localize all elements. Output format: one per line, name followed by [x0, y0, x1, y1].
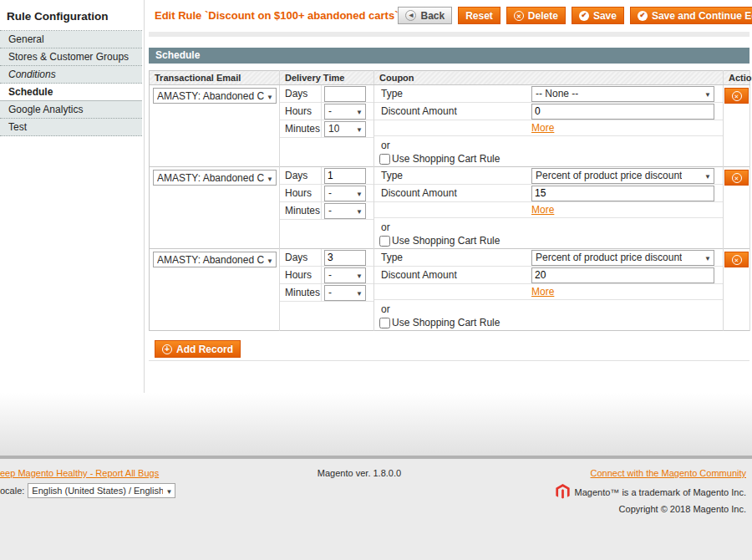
chevron-down-icon — [353, 205, 363, 216]
table-header-row: Transactional Email Delivery Time Coupon… — [150, 71, 750, 85]
coupon-type-value: Percent of product price discount — [536, 252, 682, 263]
delete-row-icon — [732, 91, 742, 101]
minutes-label: Minutes — [280, 120, 322, 137]
discount-amount-input-row2[interactable] — [531, 186, 714, 201]
or-text: or — [374, 221, 723, 233]
sidebar-item-general[interactable]: General — [0, 31, 142, 48]
type-label: Type — [374, 88, 531, 99]
hours-select-value: - — [328, 105, 332, 117]
save-button[interactable]: Save — [572, 7, 624, 24]
email-select-value: AMASTY: Abandoned Cart — [157, 90, 264, 102]
reset-button-label: Reset — [465, 10, 493, 22]
header-divider-bar — [149, 32, 749, 37]
sidebar: Rule Configuration General Stores & Cust… — [0, 0, 142, 136]
chevron-down-icon — [353, 187, 363, 199]
sidebar-item-stores-customer-groups[interactable]: Stores & Customer Groups — [0, 48, 142, 66]
or-text: or — [374, 303, 723, 315]
back-arrow-icon — [405, 10, 416, 21]
use-cart-rule-checkbox-row1[interactable] — [379, 154, 390, 165]
minutes-label: Minutes — [280, 284, 322, 301]
discount-amount-input-row1[interactable] — [531, 104, 714, 120]
hours-select-row1[interactable]: - — [324, 104, 366, 120]
delete-row-button-row2[interactable] — [724, 170, 749, 186]
days-input-row3[interactable] — [324, 250, 366, 266]
save-and-continue-button[interactable]: Save and Continue Edit — [630, 7, 752, 24]
reset-button[interactable]: Reset — [458, 7, 500, 24]
hours-label: Hours — [280, 103, 322, 120]
chevron-down-icon — [353, 287, 363, 298]
minutes-select-row3[interactable]: - — [324, 285, 366, 301]
minutes-select-value: - — [328, 287, 332, 298]
chevron-down-icon — [264, 90, 273, 102]
column-header-delivery-time: Delivery Time — [280, 71, 374, 85]
delete-row-button-row1[interactable] — [724, 88, 749, 104]
sidebar-title: Rule Configuration — [7, 10, 142, 23]
sidebar-item-schedule[interactable]: Schedule — [0, 84, 142, 101]
days-input-row1[interactable] — [324, 86, 366, 102]
use-cart-rule-label: Use Shopping Cart Rule — [392, 235, 500, 247]
use-cart-rule-checkbox-row2[interactable] — [379, 236, 390, 247]
sidebar-item-google-analytics[interactable]: Google Analytics — [0, 101, 142, 119]
table-row: AMASTY: Abandoned Cart Days Hours — [150, 167, 750, 249]
sidebar-item-test[interactable]: Test — [0, 119, 142, 136]
community-link[interactable]: Connect with the Magento Community — [591, 468, 746, 478]
email-select-row1[interactable]: AMASTY: Abandoned Cart — [153, 88, 277, 104]
chevron-down-icon — [264, 172, 273, 184]
discount-amount-label: Discount Amount — [374, 187, 531, 199]
use-cart-rule-checkbox-row3[interactable] — [379, 318, 390, 328]
plus-icon — [162, 344, 172, 354]
use-cart-rule-label: Use Shopping Cart Rule — [392, 317, 500, 328]
magento-logo — [556, 484, 570, 500]
hours-select-value: - — [328, 269, 332, 281]
email-select-row2[interactable]: AMASTY: Abandoned Cart — [153, 170, 277, 186]
schedule-table: Transactional Email Delivery Time Coupon… — [149, 70, 750, 331]
chevron-down-icon — [163, 486, 172, 496]
sidebar-item-conditions[interactable]: Conditions — [0, 66, 142, 84]
coupon-type-select-row1[interactable]: -- None -- — [531, 86, 714, 102]
hours-label: Hours — [280, 267, 322, 283]
locale-label: ocale: — [0, 486, 24, 496]
hours-select-row3[interactable]: - — [324, 267, 366, 283]
back-button[interactable]: Back — [398, 7, 452, 24]
minutes-select-row2[interactable]: - — [324, 203, 366, 219]
content-header: Edit Rule `Discount on $100+ abandoned c… — [149, 7, 749, 24]
delete-button[interactable]: Delete — [506, 7, 566, 24]
type-label: Type — [374, 170, 531, 181]
sidebar-nav: General Stores & Customer Groups Conditi… — [0, 30, 142, 136]
discount-amount-label: Discount Amount — [374, 105, 531, 117]
header-buttons: Back Reset Delete Save Save and Continue… — [398, 7, 752, 24]
coupon-type-select-row2[interactable]: Percent of product price discount — [531, 168, 714, 184]
add-record-button[interactable]: Add Record — [155, 340, 241, 358]
minutes-select-row1[interactable]: 10 — [324, 121, 366, 137]
locale-select[interactable]: English (United States) / English ( — [28, 483, 175, 498]
days-label: Days — [280, 249, 322, 266]
chevron-down-icon — [353, 269, 363, 281]
chevron-down-icon — [264, 254, 273, 266]
trademark-text: Magento™ is a trademark of Magento Inc. — [575, 487, 746, 497]
hours-select-row2[interactable]: - — [324, 186, 366, 201]
more-link-row2[interactable]: More — [531, 204, 554, 216]
footer: eep Magento Healthy - Report All Bugs oc… — [0, 459, 752, 560]
minutes-label: Minutes — [280, 202, 322, 219]
more-link-row1[interactable]: More — [531, 122, 554, 134]
delete-row-icon — [732, 173, 742, 183]
locale-select-value: English (United States) / English ( — [32, 486, 163, 496]
more-link-row3[interactable]: More — [531, 286, 554, 298]
minutes-select-value: - — [328, 205, 332, 216]
email-select-row3[interactable]: AMASTY: Abandoned Cart — [153, 252, 277, 267]
delete-row-button-row3[interactable] — [724, 252, 749, 267]
days-input-row2[interactable] — [324, 168, 366, 184]
table-row: AMASTY: Abandoned Cart Days Hours — [150, 249, 750, 331]
chevron-down-icon — [353, 123, 363, 135]
discount-amount-input-row3[interactable] — [531, 267, 714, 283]
email-select-value: AMASTY: Abandoned Cart — [157, 172, 264, 184]
schedule-section-header: Schedule — [149, 48, 749, 64]
use-cart-rule-label: Use Shopping Cart Rule — [392, 153, 500, 165]
content-bottom-divider — [149, 360, 749, 361]
chevron-down-icon — [702, 252, 711, 263]
minutes-select-value: 10 — [328, 123, 339, 135]
copyright-text: Copyright © 2018 Magento Inc. — [556, 504, 746, 514]
page-title: Edit Rule `Discount on $100+ abandoned c… — [155, 9, 398, 22]
rule-configuration-page: Rule Configuration General Stores & Cust… — [0, 0, 752, 560]
coupon-type-select-row3[interactable]: Percent of product price discount — [531, 250, 714, 266]
